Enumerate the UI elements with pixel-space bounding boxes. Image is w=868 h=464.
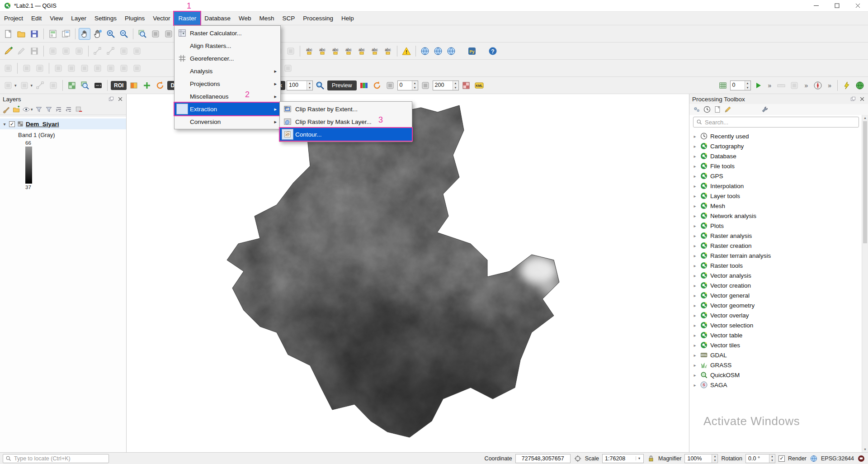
scp-roi-pointer-icon[interactable] (34, 80, 46, 91)
toolbox-group-raster-tools[interactable]: ▸Raster tools (689, 260, 862, 270)
dropdown-caret-icon[interactable]: ▾ (14, 83, 17, 88)
expand-icon[interactable]: ▸ (692, 363, 698, 368)
current-edits-icon[interactable] (2, 45, 14, 57)
move-label-icon[interactable]: abc (356, 45, 368, 57)
web-service-icon[interactable] (432, 45, 444, 57)
scp-rgb-combo-icon[interactable] (92, 80, 104, 91)
expand-icon[interactable]: ▸ (692, 194, 698, 199)
pan-map-icon[interactable] (79, 28, 90, 40)
messages-icon[interactable] (857, 455, 865, 463)
scp-rgb-composite-icon[interactable] (358, 80, 370, 91)
vertex-tool-icon[interactable] (105, 45, 117, 57)
toolbox-group-raster-creation[interactable]: ▸Raster creation (689, 241, 862, 251)
scp-transparency-spin[interactable]: 0▴▾ (397, 80, 418, 90)
lock-scale-icon[interactable] (647, 455, 655, 463)
scrollbar-thumb[interactable] (863, 121, 867, 243)
toolbox-options-icon[interactable] (760, 105, 769, 114)
scp-create-roi-icon[interactable] (141, 80, 153, 91)
expand-icon[interactable]: ▸ (692, 343, 698, 348)
raster-menu-item-miscellaneous[interactable]: Miscellaneous▸ (175, 90, 280, 103)
layer-row[interactable]: ▾ ✓ Dem_Siyari (0, 118, 126, 129)
scp-kml-icon[interactable]: KML (473, 80, 485, 91)
raster-menu-item-align-rasters[interactable]: Align Rasters... (175, 39, 280, 52)
close-button[interactable] (847, 0, 868, 11)
menu-layer[interactable]: Layer (67, 12, 90, 25)
toolbox-group-vector-overlay[interactable]: ▸Vector overlay (689, 310, 862, 320)
scp-redo-roi-icon[interactable] (154, 80, 166, 91)
layer-visibility-checkbox[interactable]: ✓ (9, 121, 15, 127)
expand-icon[interactable]: ▸ (692, 253, 698, 258)
dock-panel-icon[interactable] (108, 96, 114, 102)
expand-icon[interactable]: ▸ (692, 373, 698, 378)
maximize-button[interactable] (826, 0, 847, 11)
scp-preview-button[interactable]: Preview (327, 80, 356, 90)
expand-icon[interactable]: ▸ (692, 303, 698, 308)
expand-icon[interactable]: ▸ (692, 144, 698, 149)
scp-max-spin[interactable]: 100▴▾ (287, 80, 313, 90)
spin-up-icon[interactable]: ▴ (712, 455, 717, 459)
zoom-in-icon[interactable] (105, 28, 117, 40)
toolbox-group-grass[interactable]: ▸GRASS (689, 360, 862, 370)
layout-manager-icon[interactable] (60, 28, 72, 40)
toolbox-scrollbar[interactable]: ▴ ▾ (862, 115, 868, 452)
digitize-point-icon[interactable] (47, 45, 59, 57)
toolbar-overflow-icon[interactable]: » (804, 82, 808, 89)
spin-down-icon[interactable]: ▾ (769, 459, 775, 463)
metasearch-icon[interactable] (419, 45, 431, 57)
digitize-segment-icon[interactable] (2, 62, 14, 74)
menu-project[interactable]: Project (0, 12, 27, 25)
toolbox-group-vector-general[interactable]: ▸Vector general (689, 290, 862, 300)
menu-raster[interactable]: Raster (174, 12, 200, 25)
toolbox-history-icon[interactable] (703, 105, 712, 114)
measure-icon[interactable] (775, 80, 787, 91)
delete-selected-icon[interactable] (118, 45, 130, 57)
zoom-to-layer-icon[interactable] (163, 28, 175, 40)
crs-globe-icon[interactable] (810, 455, 818, 463)
map-canvas[interactable] (127, 94, 689, 452)
menu-vector[interactable]: Vector (149, 12, 174, 25)
expand-icon[interactable]: ▸ (692, 333, 698, 338)
menu-settings[interactable]: Settings (90, 12, 121, 25)
extraction-menu-item-contour[interactable]: Contour... (280, 128, 412, 141)
expand-icon[interactable]: ▸ (692, 164, 698, 169)
add-ring-icon[interactable] (79, 62, 90, 74)
scp-refresh-preview-icon[interactable] (371, 80, 383, 91)
menu-plugins[interactable]: Plugins (121, 12, 149, 25)
toolbox-group-saga[interactable]: ▸SSAGA (689, 380, 862, 390)
toolbox-group-vector-geometry[interactable]: ▸Vector geometry (689, 300, 862, 310)
expand-icon[interactable]: ▸ (692, 383, 698, 388)
scp-roi-color-swatch[interactable] (128, 80, 140, 91)
expand-icon[interactable]: ▸ (692, 213, 698, 218)
scp-zoom-preview-icon[interactable] (314, 80, 326, 91)
layer-labeling-icon[interactable]: abc (303, 45, 315, 57)
layer-diagram-icon[interactable]: abc (316, 45, 328, 57)
simplify-feature-icon[interactable] (66, 62, 77, 74)
open-project-icon[interactable] (15, 28, 27, 40)
scroll-up-icon[interactable]: ▴ (862, 115, 868, 121)
menu-view[interactable]: View (46, 12, 67, 25)
scroll-down-icon[interactable]: ▾ (862, 446, 868, 452)
remove-layer-icon[interactable] (74, 105, 83, 114)
extents-icon[interactable] (574, 455, 582, 463)
render-checkbox[interactable]: ✓ (778, 455, 785, 462)
dropdown-caret-icon[interactable]: ▾ (31, 83, 33, 88)
zoom-full-icon[interactable] (137, 28, 148, 40)
raster-menu-item-extraction[interactable]: Extraction▸ (175, 103, 280, 115)
manage-themes-icon[interactable] (22, 105, 31, 114)
new-print-layout-icon[interactable] (47, 28, 59, 40)
toolbox-group-recently-used[interactable]: ▸Recently used (689, 131, 862, 141)
expand-icon[interactable]: ▸ (692, 353, 698, 358)
toolbox-group-vector-tiles[interactable]: ▸Vector tiles (689, 340, 862, 350)
scp-classification-icon[interactable] (460, 80, 472, 91)
locate-input[interactable] (14, 455, 106, 462)
copy-move-feature-icon[interactable] (34, 62, 46, 74)
toolbox-results-icon[interactable] (713, 105, 722, 114)
coordinate-value[interactable]: 727548,3057657 (515, 454, 571, 463)
scale-combo[interactable]: 1:76208 ▾ (602, 454, 644, 463)
toolbar-overflow-icon[interactable]: » (768, 82, 772, 89)
spin-down-icon[interactable]: ▾ (712, 459, 717, 463)
extraction-menu-item-clip-raster-by-extent[interactable]: Clip Raster by Extent... (280, 103, 412, 115)
web-globe-icon[interactable] (854, 80, 866, 91)
toggle-editing-icon[interactable] (15, 45, 27, 57)
toolbox-group-file-tools[interactable]: ▸File tools (689, 161, 862, 171)
